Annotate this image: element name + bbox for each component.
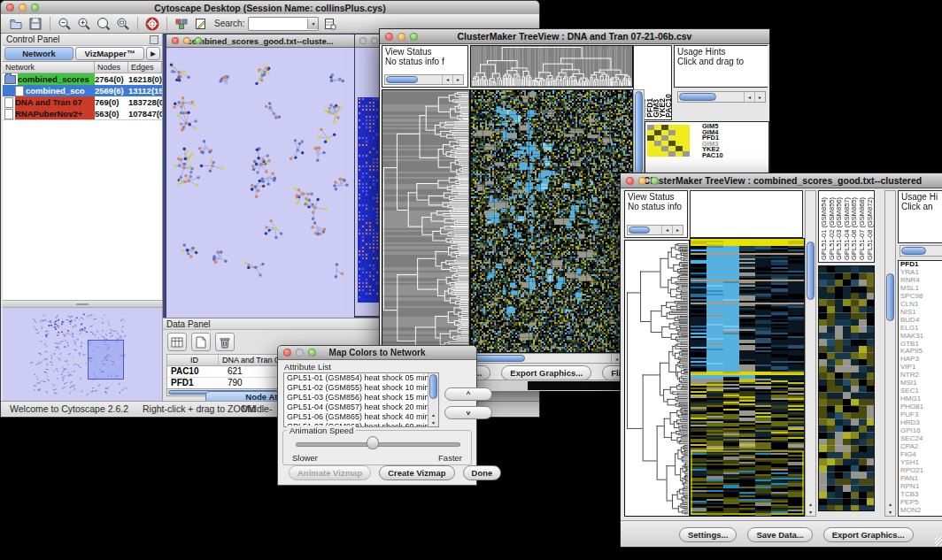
attribute-item[interactable]: GPL51-06 (GSM865) heat shock 40 min: [284, 412, 428, 422]
matrix-cell[interactable]: [661, 151, 668, 157]
attribute-item[interactable]: GPL51-01 (GSM854) heat shock 05 min: [284, 373, 428, 383]
heatmap-horizontal-scrollbar[interactable]: ◂▸: [470, 353, 633, 364]
zoom-button[interactable]: [31, 4, 39, 12]
column-dendrogram-canvas[interactable]: [470, 45, 633, 88]
scroll-left-icon[interactable]: ◂: [744, 92, 754, 102]
move-down-button[interactable]: v: [444, 406, 492, 419]
minimize-button[interactable]: [638, 177, 646, 185]
matrix-cell[interactable]: [647, 151, 654, 157]
minimize-button[interactable]: [183, 37, 190, 44]
scrollbar-thumb[interactable]: [886, 273, 894, 321]
help-lifesaver-icon[interactable]: [144, 16, 160, 32]
network-row[interactable]: RNAPuberNov2+563(0)107847(0): [3, 108, 162, 119]
network-row[interactable]: combined_sco2569(6)13112(15): [3, 85, 162, 96]
zoom-fit-icon[interactable]: [115, 16, 131, 32]
tabs-overflow-icon[interactable]: ▶: [146, 47, 160, 60]
search-input[interactable]: ▾: [248, 17, 319, 31]
matrix-cell[interactable]: [654, 151, 661, 157]
network-window-1-titlebar[interactable]: combined_scores_good.txt--cluste...: [166, 35, 354, 48]
network-row[interactable]: combined_scores2764(0)16218(0): [3, 73, 162, 85]
save-data--button[interactable]: Save Data...: [747, 527, 812, 542]
speed-slider-thumb[interactable]: [367, 436, 379, 449]
minimize-button[interactable]: [296, 349, 304, 357]
scrollbar-thumb[interactable]: [679, 93, 716, 101]
close-button[interactable]: [283, 349, 291, 357]
row-dendrogram-canvas[interactable]: [624, 240, 690, 517]
done-button[interactable]: Done: [463, 465, 502, 480]
selected-cluster-heatmap-canvas[interactable]: [818, 265, 875, 511]
column-header-nodes[interactable]: Nodes: [95, 62, 128, 73]
heatmap-canvas[interactable]: [470, 89, 633, 353]
matrix-cell[interactable]: [683, 151, 690, 157]
network-view-window-1[interactable]: combined_scores_good.txt--cluste...: [166, 34, 355, 318]
view-status-scrollbar[interactable]: ◂▸: [627, 225, 683, 235]
attribute-item[interactable]: GPL51-03 (GSM856) heat shock 15 min: [284, 393, 428, 403]
close-button[interactable]: [385, 33, 393, 41]
scrollbar-thumb[interactable]: [901, 247, 926, 255]
save-icon[interactable]: [27, 16, 43, 32]
scroll-up-icon[interactable]: ▴: [885, 500, 895, 508]
move-up-button[interactable]: ^: [444, 387, 492, 401]
network-row[interactable]: DNA and Tran 07769(0)183728(0): [3, 96, 162, 108]
scroll-right-icon[interactable]: ▸: [452, 75, 463, 84]
animate-vizmap-button[interactable]: Animate Vizmap: [289, 465, 371, 480]
treeview2-titlebar[interactable]: ClusterMaker TreeView : combined_scores_…: [621, 173, 942, 188]
usage-hints-scrollbar[interactable]: ◂▸: [677, 91, 766, 103]
new-attribute-icon[interactable]: [191, 333, 211, 351]
scroll-down-icon[interactable]: ▾: [806, 508, 815, 516]
dialog-titlebar[interactable]: Map Colors to Network: [278, 346, 476, 360]
zoom-in-icon[interactable]: [76, 16, 92, 32]
scrollbar-thumb[interactable]: [629, 226, 650, 234]
scrollbar-thumb[interactable]: [429, 374, 437, 399]
attribute-item[interactable]: GPL51-04 (GSM857) heat shock 20 min: [284, 403, 428, 412]
scrollbar-thumb[interactable]: [472, 355, 525, 362]
tab-vizmapper[interactable]: VizMapper™: [75, 47, 144, 60]
scroll-right-icon[interactable]: ▸: [754, 92, 765, 102]
zoom-button[interactable]: [195, 37, 202, 44]
scroll-left-icon[interactable]: ◂: [661, 226, 672, 234]
zoom-button[interactable]: [410, 33, 418, 41]
gene-list-item[interactable]: MON2: [899, 507, 942, 515]
view-status-scrollbar[interactable]: ◂▸: [384, 74, 464, 85]
scrollbar-thumb[interactable]: [635, 91, 643, 174]
treeview1-titlebar[interactable]: ClusterMaker TreeView : DNA and Tran 07-…: [380, 29, 769, 44]
column-header-edges[interactable]: Edges: [128, 62, 162, 73]
attribute-browser-icon[interactable]: [322, 16, 338, 32]
search-dropdown-icon[interactable]: ▾: [307, 19, 318, 29]
correlation-matrix[interactable]: [647, 125, 690, 157]
cytoscape-titlebar[interactable]: Cytoscape Desktop (Session Name: collins…: [1, 1, 539, 15]
minimize-button[interactable]: [19, 4, 27, 12]
column-header-network[interactable]: Network: [3, 62, 95, 73]
gene-row-label[interactable]: PAC10: [702, 153, 723, 159]
tab-network[interactable]: Network: [4, 47, 73, 60]
heatmap-vertical-scrollbar[interactable]: ▴▾: [805, 190, 816, 517]
close-button[interactable]: [359, 37, 367, 44]
attribute-list-scrollbar[interactable]: ▴▾: [428, 373, 438, 426]
zoom-button[interactable]: [651, 177, 659, 185]
scrollbar-thumb[interactable]: [386, 76, 418, 83]
scroll-down-icon[interactable]: ▾: [429, 418, 438, 426]
attribute-item[interactable]: GPL51-02 (GSM855) heat shock 10 min: [284, 383, 428, 393]
minimize-button[interactable]: [371, 37, 378, 44]
scroll-up-icon[interactable]: ▴: [429, 410, 438, 418]
usage-hints-scrollbar[interactable]: [900, 245, 942, 257]
resize-grip[interactable]: [935, 537, 942, 546]
cluster-vertical-scrollbar[interactable]: ▴▾: [884, 190, 896, 517]
row-dendrogram-canvas[interactable]: [382, 89, 470, 378]
heatmap-canvas[interactable]: [690, 238, 805, 517]
scroll-right-icon[interactable]: ▸: [672, 226, 683, 234]
close-button[interactable]: [172, 37, 179, 44]
create-vizmap-button[interactable]: Create Vizmap: [379, 465, 454, 480]
close-button[interactable]: [626, 177, 634, 185]
zoom-out-icon[interactable]: [57, 16, 73, 32]
open-file-icon[interactable]: [8, 16, 24, 32]
delete-attribute-icon[interactable]: [215, 333, 235, 351]
scrollbar-thumb[interactable]: [807, 242, 815, 300]
vizmapper-icon[interactable]: [174, 16, 189, 32]
annotation-icon[interactable]: [193, 16, 209, 32]
sample-column-label[interactable]: GPL51-08 (GSM872): [867, 197, 875, 260]
zoom-selected-icon[interactable]: [96, 16, 112, 32]
scroll-down-icon[interactable]: ▾: [885, 508, 895, 516]
scroll-left-icon[interactable]: ◂: [442, 75, 452, 84]
export-graphics--button[interactable]: Export Graphics...: [501, 365, 591, 380]
